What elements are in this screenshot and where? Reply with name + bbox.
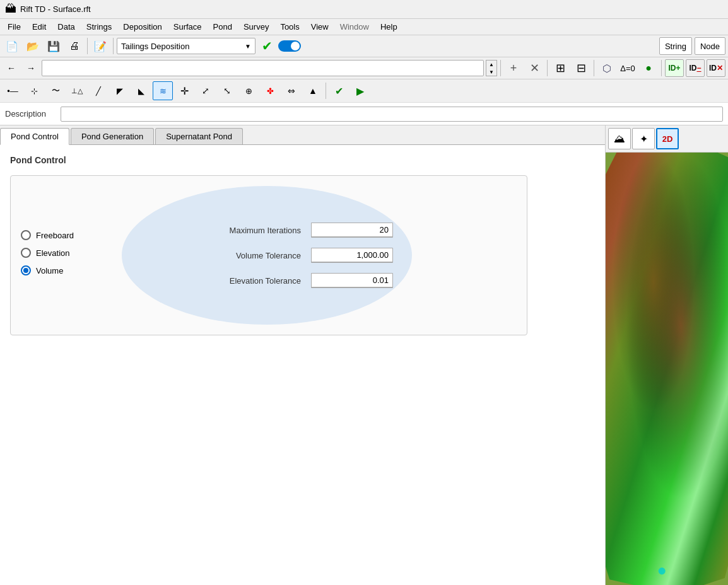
cut-fill-tool[interactable]: ◤ [110,81,130,100]
radio-group: Freeboard Elevation Volume [21,230,109,275]
vol-tol-label: Volume Tolerance [141,251,306,260]
ellipse-area: Maximum Iterations Volume Tolerance [122,186,412,325]
open-button[interactable]: 📂 [23,37,42,55]
check-tool[interactable]: ✔ [329,81,349,100]
node-tool[interactable]: ⊹ [24,81,44,100]
tab-pond-control[interactable]: Pond Control [0,128,69,145]
tab-pond-generation[interactable]: Pond Generation [71,128,154,144]
dropdown-arrow-icon: ▼ [245,43,251,50]
terrain-view-button[interactable]: ⛰ [608,128,631,149]
menu-tools[interactable]: Tools [275,20,304,33]
sidebar-right: ⛰ ✦ 2D [605,125,728,585]
polygon-button[interactable]: ⬡ [597,59,616,77]
play-tool[interactable]: ▶ [350,81,370,100]
move-tool[interactable]: ✛ [174,81,194,100]
delta-button[interactable]: Δ=0 [618,59,637,77]
cross-tool[interactable]: ✤ [260,81,280,100]
vol-tol-row: Volume Tolerance [141,248,393,263]
point-tool[interactable]: •— [3,81,23,100]
menu-strings[interactable]: Strings [81,20,117,33]
save-button[interactable]: 💾 [44,37,63,55]
grid2-button[interactable]: ⊟ [572,59,590,77]
menu-view[interactable]: View [306,20,334,33]
nav-spinner: ▲ ▼ [486,60,497,76]
string-button[interactable]: String [659,37,692,55]
svg-rect-2 [606,153,728,585]
tab-bar: Pond Control Pond Generation Supernatant… [0,125,605,145]
grid1-button[interactable]: ⊞ [551,59,570,77]
expand-tool[interactable]: ⤢ [196,81,216,100]
id-delete-button[interactable]: ID✕ [707,59,725,77]
delete-button[interactable]: ✕ [525,59,544,77]
curve-tool[interactable]: 〜 [45,81,66,100]
app-title: Rift TD - Surface.rft [20,4,91,14]
back-button[interactable]: ← [3,60,20,76]
radio-elevation-circle [21,248,31,258]
forward-button[interactable]: → [22,60,40,76]
2d-view-button[interactable]: 2D [656,128,679,149]
radio-volume[interactable]: Volume [21,265,109,275]
radio-elevation-label: Elevation [36,248,69,258]
vol-tol-input[interactable] [311,248,393,263]
menu-survey[interactable]: Survey [238,20,274,33]
edit-button[interactable]: 📝 [91,37,110,55]
node-label: Node [700,42,720,51]
tab-supernatant-pond[interactable]: Supernatant Pond [155,128,243,144]
add-button[interactable]: + [504,59,523,77]
profile-tool[interactable]: ◣ [131,81,151,100]
slope-tool[interactable]: ╱ [88,81,109,100]
nav-up-button[interactable]: ▲ [486,61,496,68]
menu-edit[interactable]: Edit [27,20,51,33]
menu-surface[interactable]: Surface [168,20,207,33]
node-button[interactable]: Node [695,37,725,55]
max-iter-input[interactable] [311,223,393,238]
description-input[interactable] [61,107,723,122]
nav-input[interactable] [42,60,484,76]
split-tool[interactable]: ⊕ [238,81,259,100]
section-tool[interactable]: ⊥△ [67,81,87,100]
max-iter-row: Maximum Iterations [141,223,393,238]
print-button[interactable]: 🖨 [65,37,84,55]
menu-data[interactable]: Data [52,20,79,33]
sep1 [87,38,88,54]
radio-freeboard-label: Freeboard [36,231,74,240]
cross-section-button[interactable]: ✦ [632,128,655,149]
confirm-button[interactable]: ✔ [257,37,276,55]
workspace: Pond Control Pond Generation Supernatant… [0,125,605,585]
sep2 [113,38,114,54]
menu-deposition[interactable]: Deposition [118,20,167,33]
id-remove-button[interactable]: ID− [686,59,705,77]
pond-control-box: Freeboard Elevation Volume [10,175,527,335]
radio-volume-circle [21,265,31,275]
app-icon: 🏔 [5,3,16,16]
sep5 [594,60,594,76]
deposition-dropdown[interactable]: Tailings Deposition ▼ [117,38,255,54]
menu-window[interactable]: Window [335,20,374,33]
menu-file[interactable]: File [3,20,26,33]
elev-tol-input[interactable] [311,273,393,288]
description-label: Description [5,109,56,119]
tab-content: Pond Control Freeboard [0,145,605,585]
new-button[interactable]: 📄 [3,37,21,55]
radio-freeboard[interactable]: Freeboard [21,230,109,240]
circle-green-button[interactable]: ● [639,59,658,77]
svg-point-3 [659,567,666,574]
wave-tool[interactable]: ≋ [153,81,173,100]
max-iter-label: Maximum Iterations [141,226,306,235]
nav-down-button[interactable]: ▼ [486,68,496,76]
radio-elevation[interactable]: Elevation [21,248,109,258]
radio-volume-label: Volume [36,266,63,275]
sep7 [326,83,326,99]
menu-help[interactable]: Help [375,20,402,33]
section-title: Pond Control [10,155,595,165]
description-bar: Description [0,103,728,125]
arrow-tool[interactable]: ⇔ [281,81,302,100]
toggle-button[interactable] [278,40,301,52]
id-add-button[interactable]: ID+ [665,59,684,77]
mountain-tool[interactable]: ▲ [303,81,323,100]
toolbar2: ← → ▲ ▼ + ✕ ⊞ ⊟ ⬡ Δ=0 ● ID+ ID− ID✕ [0,57,728,79]
terrain-svg [606,153,728,585]
menu-pond[interactable]: Pond [208,20,237,33]
string-label: String [665,42,686,51]
contract-tool[interactable]: ⤡ [217,81,237,100]
